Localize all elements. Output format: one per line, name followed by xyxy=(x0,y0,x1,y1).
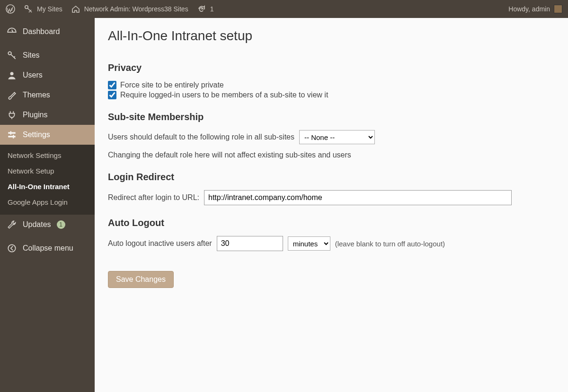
howdy-user[interactable]: Howdy, admin xyxy=(508,5,562,13)
dashboard-icon xyxy=(7,26,17,37)
updates-count: 1 xyxy=(210,5,214,13)
updates-link[interactable]: 1 xyxy=(197,4,214,14)
submenu-all-in-one-intranet[interactable]: All-In-One Intranet xyxy=(0,179,95,194)
wrench-icon xyxy=(7,219,17,230)
admin-bar-left: My Sites Network Admin: Wordpress38 Site… xyxy=(6,4,213,14)
sidebar-item-plugins[interactable]: Plugins xyxy=(0,105,95,125)
howdy-label: Howdy, admin xyxy=(508,5,550,13)
autologout-hint: (leave blank to turn off auto-logout) xyxy=(335,240,445,248)
sidebar-item-label: Updates xyxy=(23,220,51,229)
sidebar-item-label: Themes xyxy=(23,91,50,99)
sidebar-item-label: Plugins xyxy=(23,111,47,119)
autologout-unit-select[interactable]: minutes xyxy=(288,236,330,251)
sidebar-item-themes[interactable]: Themes xyxy=(0,85,95,105)
wp-logo[interactable] xyxy=(6,4,15,14)
my-sites-label: My Sites xyxy=(37,5,62,13)
subsite-role-row: Users should default to the following ro… xyxy=(108,130,555,144)
require-member-checkbox[interactable] xyxy=(108,91,116,99)
force-private-checkbox[interactable] xyxy=(108,81,116,89)
sidebar-item-label: Dashboard xyxy=(23,27,60,36)
autologout-row: Auto logout inactive users after minutes… xyxy=(108,236,555,251)
refresh-icon xyxy=(197,4,206,14)
privacy-force-private-row: Force site to be entirely private xyxy=(108,81,555,89)
sidebar-item-label: Settings xyxy=(23,131,50,139)
force-private-label: Force site to be entirely private xyxy=(120,81,224,89)
section-subsite-heading: Sub-site Membership xyxy=(108,112,555,122)
privacy-require-member-row: Require logged-in users to be members of… xyxy=(108,91,555,99)
section-autologout-heading: Auto Logout xyxy=(108,218,555,228)
save-button[interactable]: Save Changes xyxy=(108,271,174,288)
sidebar-collapse[interactable]: Collapse menu xyxy=(0,238,95,258)
sidebar-item-label: Collapse menu xyxy=(23,244,73,253)
submenu-network-setup[interactable]: Network Setup xyxy=(0,163,95,179)
subsite-note: Changing the default role here will not … xyxy=(108,151,555,159)
page-title: All-In-One Intranet setup xyxy=(108,28,555,44)
admin-bar: My Sites Network Admin: Wordpress38 Site… xyxy=(0,0,568,18)
main-content: All-In-One Intranet setup Privacy Force … xyxy=(95,18,568,392)
avatar xyxy=(554,5,562,13)
svg-point-8 xyxy=(8,244,15,252)
layout: Dashboard Sites Users Themes Plugins Set… xyxy=(0,18,568,392)
user-icon xyxy=(7,70,17,80)
collapse-icon xyxy=(7,243,17,253)
site-name-label: Network Admin: Wordpress38 Sites xyxy=(84,5,188,13)
svg-rect-7 xyxy=(13,135,14,139)
settings-submenu: Network Settings Network Setup All-In-On… xyxy=(0,145,95,215)
sidebar-item-label: Sites xyxy=(23,51,40,60)
key-icon xyxy=(7,50,17,61)
svg-rect-5 xyxy=(8,136,15,137)
site-name-link[interactable]: Network Admin: Wordpress38 Sites xyxy=(71,4,188,14)
autologout-value-input[interactable] xyxy=(217,236,283,251)
sidebar-item-dashboard[interactable]: Dashboard xyxy=(0,22,95,42)
admin-sidebar: Dashboard Sites Users Themes Plugins Set… xyxy=(0,18,95,392)
svg-point-3 xyxy=(10,72,13,75)
redirect-url-input[interactable] xyxy=(204,190,512,205)
require-member-label: Require logged-in users to be members of… xyxy=(120,91,328,99)
svg-rect-4 xyxy=(8,132,15,134)
autologout-label: Auto logout inactive users after xyxy=(108,239,212,248)
key-icon xyxy=(24,4,33,14)
redirect-row: Redirect after login to URL: xyxy=(108,190,555,205)
sidebar-item-label: Users xyxy=(23,71,43,79)
sidebar-item-settings[interactable]: Settings xyxy=(0,125,95,145)
sidebar-item-sites[interactable]: Sites xyxy=(0,45,95,65)
wordpress-icon xyxy=(6,4,15,14)
brush-icon xyxy=(7,90,17,100)
sidebar-item-updates[interactable]: Updates 1 xyxy=(0,215,95,235)
redirect-label: Redirect after login to URL: xyxy=(108,193,199,202)
section-redirect-heading: Login Redirect xyxy=(108,172,555,183)
sidebar-item-users[interactable]: Users xyxy=(0,65,95,85)
settings-icon xyxy=(7,130,17,140)
submenu-network-settings[interactable]: Network Settings xyxy=(0,148,95,163)
updates-badge: 1 xyxy=(57,220,65,229)
submenu-google-apps-login[interactable]: Google Apps Login xyxy=(0,194,95,210)
section-privacy-heading: Privacy xyxy=(108,62,555,73)
subsite-role-label: Users should default to the following ro… xyxy=(108,133,294,141)
my-sites-link[interactable]: My Sites xyxy=(24,4,62,14)
svg-rect-6 xyxy=(10,131,11,135)
admin-bar-right: Howdy, admin xyxy=(508,5,562,13)
plug-icon xyxy=(7,110,17,120)
home-icon xyxy=(71,4,80,14)
subsite-role-select[interactable]: -- None -- xyxy=(299,130,375,144)
